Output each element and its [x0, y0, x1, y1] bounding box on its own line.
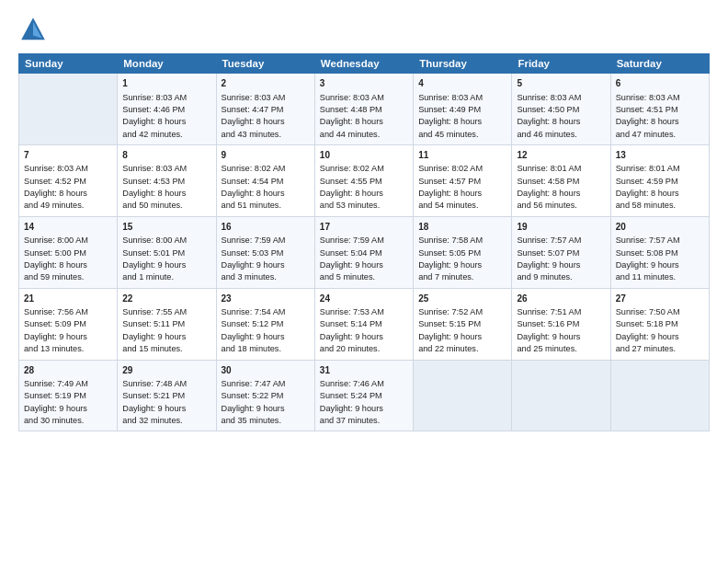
col-friday: Friday [512, 54, 610, 74]
day-info: Sunset: 5:01 PM [122, 248, 185, 258]
day-info: and 42 minutes. [122, 130, 182, 139]
calendar-cell: 30Sunrise: 7:47 AMSunset: 5:22 PMDayligh… [216, 360, 314, 431]
day-number: 9 [222, 149, 310, 163]
day-info: and 49 minutes. [24, 201, 84, 210]
day-number: 14 [24, 221, 112, 235]
calendar-cell: 20Sunrise: 7:57 AMSunset: 5:08 PMDayligh… [610, 216, 709, 288]
day-info: and 37 minutes. [320, 416, 380, 425]
day-info: Sunrise: 7:57 AM [517, 236, 581, 245]
calendar-cell: 17Sunrise: 7:59 AMSunset: 5:04 PMDayligh… [314, 216, 413, 288]
day-info: Sunset: 4:48 PM [320, 105, 382, 114]
day-info: and 35 minutes. [222, 416, 281, 425]
day-info: Sunset: 4:50 PM [517, 105, 579, 114]
day-info: and 59 minutes. [24, 272, 84, 282]
day-info: Daylight: 9 hours [320, 332, 383, 341]
day-info: Sunrise: 7:49 AM [24, 379, 88, 388]
day-info: Daylight: 9 hours [222, 332, 285, 341]
calendar-cell: 6Sunrise: 8:03 AMSunset: 4:51 PMDaylight… [610, 74, 709, 145]
day-info: Sunrise: 8:03 AM [122, 93, 187, 102]
day-info: Sunrise: 8:03 AM [122, 164, 187, 173]
calendar-body: 1Sunrise: 8:03 AMSunset: 4:46 PMDaylight… [19, 74, 710, 431]
day-info: and 32 minutes. [122, 416, 182, 425]
day-info: Sunrise: 7:56 AM [24, 307, 88, 316]
day-info: Daylight: 9 hours [517, 260, 580, 270]
day-info: Sunset: 4:49 PM [418, 105, 481, 114]
day-info: and 20 minutes. [320, 344, 380, 353]
day-info: Sunset: 5:07 PM [517, 248, 579, 258]
day-info: Sunrise: 8:02 AM [320, 164, 384, 173]
day-info: Sunrise: 7:58 AM [418, 236, 483, 245]
day-number: 2 [222, 77, 310, 91]
calendar-cell: 4Sunrise: 8:03 AMSunset: 4:49 PMDaylight… [414, 74, 512, 145]
calendar-cell: 26Sunrise: 7:51 AMSunset: 5:16 PMDayligh… [512, 288, 610, 360]
col-wednesday: Wednesday [314, 54, 413, 74]
day-info: Daylight: 9 hours [122, 404, 186, 413]
day-info: Daylight: 8 hours [24, 189, 87, 198]
calendar-cell: 16Sunrise: 7:59 AMSunset: 5:03 PMDayligh… [216, 216, 314, 288]
day-info: and 47 minutes. [616, 130, 676, 139]
day-info: Sunset: 4:54 PM [222, 177, 284, 186]
calendar-cell: 11Sunrise: 8:02 AMSunset: 4:57 PMDayligh… [414, 144, 512, 216]
day-number: 23 [222, 293, 310, 306]
day-info: Sunset: 5:19 PM [24, 391, 86, 400]
day-info: Sunset: 5:04 PM [320, 248, 382, 258]
day-info: Sunrise: 7:59 AM [320, 236, 384, 245]
day-number: 5 [517, 77, 605, 91]
day-number: 18 [418, 221, 506, 235]
day-info: Sunrise: 8:03 AM [320, 93, 384, 102]
day-info: Sunset: 5:09 PM [24, 319, 86, 328]
day-info: Sunset: 5:05 PM [418, 248, 481, 258]
day-info: Sunrise: 8:02 AM [418, 164, 483, 173]
day-info: Daylight: 9 hours [24, 404, 87, 413]
day-info: Sunset: 4:51 PM [616, 105, 678, 114]
week-row-0: 1Sunrise: 8:03 AMSunset: 4:46 PMDaylight… [19, 74, 710, 145]
calendar-cell: 25Sunrise: 7:52 AMSunset: 5:15 PMDayligh… [414, 288, 512, 360]
day-info: Sunrise: 8:03 AM [616, 93, 680, 102]
day-info: and 18 minutes. [222, 344, 281, 353]
day-info: Sunrise: 8:00 AM [24, 236, 88, 245]
day-info: Daylight: 9 hours [320, 260, 383, 270]
day-info: Daylight: 8 hours [517, 117, 580, 126]
day-info: Sunrise: 8:02 AM [222, 164, 286, 173]
calendar-cell: 5Sunrise: 8:03 AMSunset: 4:50 PMDaylight… [512, 74, 610, 145]
day-info: Daylight: 8 hours [616, 189, 679, 198]
calendar-cell: 31Sunrise: 7:46 AMSunset: 5:24 PMDayligh… [314, 360, 413, 431]
day-info: and 11 minutes. [616, 272, 676, 282]
day-info: Sunrise: 8:00 AM [122, 236, 187, 245]
day-info: Sunrise: 7:48 AM [122, 379, 187, 388]
day-number: 12 [517, 149, 605, 163]
day-info: and 15 minutes. [122, 344, 182, 353]
day-info: Sunrise: 7:59 AM [222, 236, 286, 245]
day-info: Daylight: 9 hours [122, 332, 186, 341]
day-info: Sunset: 4:53 PM [122, 177, 185, 186]
calendar-cell: 21Sunrise: 7:56 AMSunset: 5:09 PMDayligh… [19, 288, 118, 360]
calendar-cell: 1Sunrise: 8:03 AMSunset: 4:46 PMDaylight… [118, 74, 216, 145]
calendar-cell: 15Sunrise: 8:00 AMSunset: 5:01 PMDayligh… [118, 216, 216, 288]
day-info: Sunrise: 8:03 AM [517, 93, 581, 102]
day-info: Daylight: 9 hours [222, 260, 285, 270]
day-info: Sunset: 4:59 PM [616, 177, 678, 186]
day-info: Daylight: 8 hours [222, 117, 285, 126]
day-number: 7 [24, 149, 112, 163]
day-number: 17 [320, 221, 408, 235]
col-monday: Monday [118, 54, 216, 74]
day-info: Daylight: 9 hours [24, 332, 87, 341]
day-info: Sunset: 5:16 PM [517, 319, 579, 328]
day-number: 8 [122, 149, 210, 163]
day-number: 1 [122, 77, 210, 91]
day-number: 15 [122, 221, 210, 235]
col-sunday: Sunday [19, 54, 118, 74]
day-number: 20 [616, 221, 704, 235]
day-info: and 27 minutes. [616, 344, 676, 353]
day-info: and 50 minutes. [122, 201, 182, 210]
day-info: and 22 minutes. [418, 344, 478, 353]
day-info: and 25 minutes. [517, 344, 576, 353]
day-info: Daylight: 8 hours [320, 189, 383, 198]
day-info: Daylight: 9 hours [418, 332, 482, 341]
calendar-cell: 24Sunrise: 7:53 AMSunset: 5:14 PMDayligh… [314, 288, 413, 360]
day-info: and 9 minutes. [517, 272, 572, 282]
calendar-cell: 12Sunrise: 8:01 AMSunset: 4:58 PMDayligh… [512, 144, 610, 216]
calendar-cell: 9Sunrise: 8:02 AMSunset: 4:54 PMDaylight… [216, 144, 314, 216]
day-info: Sunset: 5:11 PM [122, 319, 185, 328]
day-number: 31 [320, 364, 408, 378]
